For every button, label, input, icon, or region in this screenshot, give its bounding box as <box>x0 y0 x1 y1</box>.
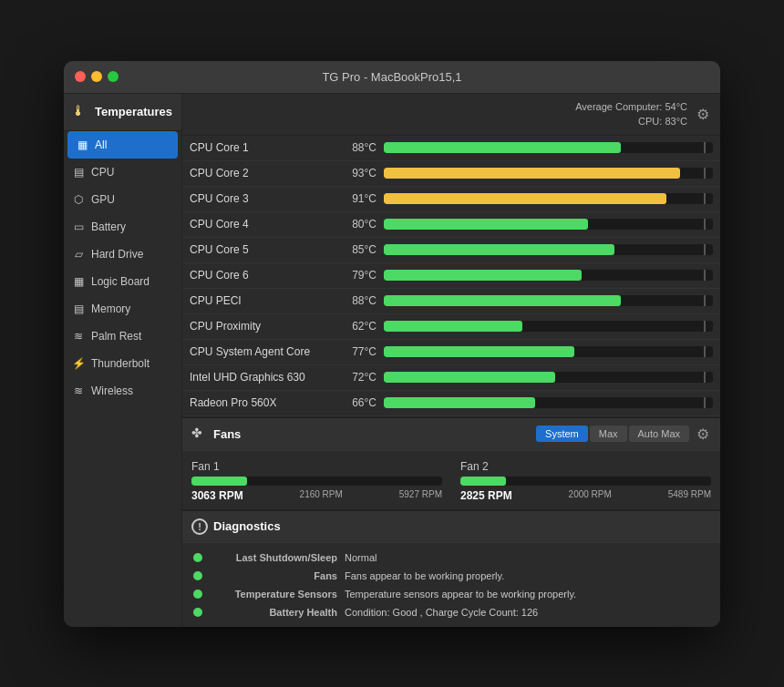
main-layout: 🌡 Temperatures ▦ All ▤ CPU ⬡ GPU ▭ Batte… <box>64 94 720 627</box>
sidebar-item-all[interactable]: ▦ All <box>67 131 178 159</box>
diag-value: Condition: Good , Charge Cycle Count: 12… <box>345 607 538 618</box>
fan-ctrl-auto-max[interactable]: Auto Max <box>629 426 689 442</box>
app-window: TG Pro - MacBookPro15,1 🌡 Temperatures ▦… <box>64 61 720 627</box>
sidebar-item-palm-rest[interactable]: ≋ Palm Rest <box>64 323 181 350</box>
temp-name: Intel UHD Graphics 630 <box>190 371 335 384</box>
avg-computer-label: Average Computer: 54°C <box>575 99 687 115</box>
temp-name: CPU Proximity <box>190 320 335 333</box>
temp-bar <box>384 168 680 179</box>
temp-row: CPU Core 6 79°C <box>182 263 720 289</box>
temp-settings-button[interactable]: ⚙ <box>695 104 711 125</box>
temp-name: CPU Core 5 <box>190 243 335 256</box>
fan1-bar-row <box>191 477 442 486</box>
temp-row: CPU Core 2 93°C <box>182 161 720 187</box>
traffic-lights <box>75 71 119 82</box>
temp-bar <box>384 295 621 306</box>
temp-value: 72°C <box>335 371 377 384</box>
cpu-temp-label: CPU: 83°C <box>575 114 687 129</box>
sidebar-item-logic-board[interactable]: ▦ Logic Board <box>64 268 181 295</box>
diag-key: Last Shutdown/Sleep <box>210 552 337 563</box>
sidebar-item-wireless[interactable]: ≋ Wireless <box>64 377 181 405</box>
sidebar-item-cpu[interactable]: ▤ CPU <box>64 159 181 186</box>
sidebar-item-label: Memory <box>91 302 130 315</box>
fan2-bar-container <box>460 477 711 486</box>
minimize-button[interactable] <box>91 71 102 82</box>
temp-list: CPU Core 1 88°C CPU Core 2 93°C CPU Core… <box>182 136 720 416</box>
temp-bar-container <box>384 142 713 153</box>
temp-value: 88°C <box>335 141 377 154</box>
temp-tick <box>704 295 706 306</box>
sidebar-item-battery[interactable]: ▭ Battery <box>64 213 181 241</box>
temp-bar-container <box>384 219 713 230</box>
fan1-bar <box>191 477 247 486</box>
temp-value: 93°C <box>335 167 377 179</box>
gpu-icon: ⬡ <box>71 192 86 207</box>
close-button[interactable] <box>75 71 86 82</box>
temp-row: Intel UHD Graphics 630 72°C <box>182 365 720 391</box>
battery-icon: ▭ <box>71 220 86 234</box>
diag-row: Temperature Sensors Temperature sensors … <box>182 585 720 603</box>
fan2-rpm-max: 5489 RPM <box>668 489 711 502</box>
diag-header: ! Diagnostics <box>182 511 720 543</box>
temp-value: 80°C <box>335 218 377 231</box>
temp-tick <box>704 397 706 408</box>
fan1-name: Fan 1 <box>191 460 442 473</box>
sidebar-item-thunderbolt[interactable]: ⚡ Thunderbolt <box>64 350 181 377</box>
hard-drive-icon: ▱ <box>71 247 86 261</box>
diag-row: Last Shutdown/Sleep Normal <box>182 549 720 567</box>
fans-header: ✤ Fans SystemMaxAuto Max ⚙ <box>182 418 720 451</box>
sidebar-item-label: Thunderbolt <box>91 357 150 370</box>
fan1-bar-container <box>191 477 442 486</box>
diag-value: Normal <box>345 552 377 563</box>
diag-status-dot <box>193 553 202 562</box>
temp-name: CPU PECI <box>190 294 335 307</box>
temp-bar-container <box>384 168 713 179</box>
temp-value: 88°C <box>335 294 377 307</box>
temp-row: CPU System Agent Core 77°C <box>182 340 720 365</box>
diag-status-dot <box>193 608 202 617</box>
sidebar-item-label: Palm Rest <box>91 330 141 343</box>
fans-controls: SystemMaxAuto Max <box>536 426 689 442</box>
temp-value: 66°C <box>335 396 377 409</box>
memory-icon: ▤ <box>71 302 86 316</box>
temp-row: CPU Core 5 85°C <box>182 238 720 263</box>
fan2-name: Fan 2 <box>460 460 711 473</box>
window-title: TG Pro - MacBookPro15,1 <box>322 70 461 84</box>
temp-row: CPU Proximity 62°C <box>182 314 720 340</box>
maximize-button[interactable] <box>108 71 119 82</box>
wireless-icon: ≋ <box>71 384 86 398</box>
sidebar-item-memory[interactable]: ▤ Memory <box>64 295 181 323</box>
temp-name: CPU Core 3 <box>190 192 335 205</box>
temp-tick <box>704 321 706 332</box>
diag-key: Fans <box>210 570 337 581</box>
temp-bar-container <box>384 372 713 383</box>
sidebar-item-gpu[interactable]: ⬡ GPU <box>64 186 181 213</box>
fan-ctrl-system[interactable]: System <box>536 426 588 442</box>
temp-tick <box>704 219 706 230</box>
fan-ctrl-max[interactable]: Max <box>590 426 627 442</box>
temp-bar-container <box>384 321 713 332</box>
temp-row: CPU PECI 88°C <box>182 289 720 314</box>
sidebar-item-hard-drive[interactable]: ▱ Hard Drive <box>64 241 181 268</box>
temperatures-section: Average Computer: 54°C CPU: 83°C ⚙ CPU C… <box>182 94 720 416</box>
temp-bar-container <box>384 397 713 408</box>
fans-settings-button[interactable]: ⚙ <box>695 424 711 445</box>
sidebar-item-label: All <box>95 138 107 151</box>
temp-bar <box>384 219 588 230</box>
temp-bar-container <box>384 295 713 306</box>
fan1-rpm-current: 3063 RPM <box>191 489 243 502</box>
temp-value: 62°C <box>335 320 377 333</box>
content-area: Average Computer: 54°C CPU: 83°C ⚙ CPU C… <box>182 94 720 627</box>
sidebar: 🌡 Temperatures ▦ All ▤ CPU ⬡ GPU ▭ Batte… <box>64 94 182 627</box>
temp-value: 79°C <box>335 269 377 282</box>
temp-row: CPU Core 1 88°C <box>182 136 720 161</box>
diag-rows: Last Shutdown/Sleep Normal Fans Fans app… <box>182 543 720 627</box>
temp-name: CPU Core 6 <box>190 269 335 282</box>
temp-bar-container <box>384 270 713 281</box>
temp-tick <box>704 372 706 383</box>
temp-bar <box>384 346 574 357</box>
diag-value: Fans appear to be working properly. <box>345 570 504 581</box>
diag-row: Fans Fans appear to be working properly. <box>182 567 720 585</box>
temp-bar <box>384 244 614 255</box>
fan2-bar <box>460 477 506 486</box>
